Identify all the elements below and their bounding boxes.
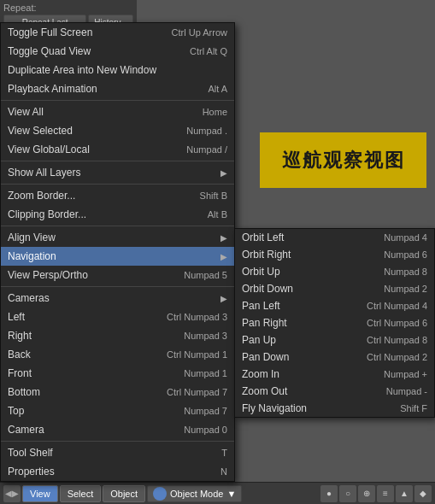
separator-6 (1, 441, 234, 442)
menu-item-top[interactable]: Top Numpad 7 (1, 401, 234, 420)
menu-item-duplicate-area[interactable]: Duplicate Area into New Window (1, 61, 234, 79)
separator-2 (1, 161, 234, 161)
repeat-label: Repeat: (3, 2, 133, 14)
object-tab[interactable]: Object (103, 485, 145, 502)
nav-orbit-left[interactable]: Orbit Left Numpad 4 (235, 229, 434, 246)
menu-item-front[interactable]: Front Numpad 1 (1, 364, 234, 383)
nav-pan-up[interactable]: Pan Up Ctrl Numpad 8 (235, 331, 434, 349)
menu-item-toggle-quad[interactable]: Toggle Quad View Ctrl Alt Q (1, 42, 234, 61)
nav-orbit-up[interactable]: Orbit Up Numpad 8 (235, 263, 434, 280)
object-mode-dropdown[interactable]: Object Mode ▼ (147, 485, 242, 502)
menu-item-tool-shelf[interactable]: Tool Shelf T (1, 443, 234, 462)
nav-pan-down[interactable]: Pan Down Ctrl Numpad 2 (235, 349, 434, 366)
separator-4 (1, 226, 234, 226)
nav-orbit-down[interactable]: Orbit Down Numpad 2 (235, 280, 434, 297)
chinese-text-banner: 巡航观察视图 (260, 132, 426, 188)
separator-5 (1, 286, 234, 287)
navigation-submenu: Orbit Left Numpad 4 Orbit Right Numpad 6… (234, 228, 435, 418)
nav-zoom-in[interactable]: Zoom In Numpad + (235, 366, 434, 383)
menu-item-cameras[interactable]: Cameras ▶ (1, 289, 234, 308)
nav-pan-right[interactable]: Pan Right Ctrl Numpad 6 (235, 314, 434, 331)
render-icon[interactable]: ● (320, 485, 338, 502)
object-icon[interactable]: ≡ (377, 485, 394, 502)
menu-item-persp-ortho[interactable]: View Persp/Ortho Numpad 5 (1, 266, 234, 284)
menu-item-camera[interactable]: Camera Numpad 0 (1, 420, 234, 439)
statusbar-right-icons: ● ○ ⊕ ≡ ▲ ◆ (320, 485, 432, 502)
menu-item-bottom[interactable]: Bottom Ctrl Numpad 7 (1, 383, 234, 401)
view-menu: Toggle Full Screen Ctrl Up Arrow Toggle … (0, 22, 235, 482)
menu-item-back[interactable]: Back Ctrl Numpad 1 (1, 345, 234, 364)
scene-icon[interactable]: ○ (339, 485, 356, 502)
statusbar: ◀▶ View Select Object Object Mode ▼ ● ○ … (0, 482, 435, 504)
mesh-icon[interactable]: ▲ (396, 485, 413, 502)
view-tab[interactable]: View (22, 485, 58, 502)
menu-item-align-view[interactable]: Align View ▶ (1, 228, 234, 247)
menu-item-properties[interactable]: Properties N (1, 462, 234, 481)
menu-item-view-global-local[interactable]: View Global/Local Numpad / (1, 140, 234, 159)
world-icon[interactable]: ⊕ (358, 485, 375, 502)
material-icon[interactable]: ◆ (414, 485, 432, 502)
menu-item-toggle-fullscreen[interactable]: Toggle Full Screen Ctrl Up Arrow (1, 23, 234, 42)
separator-3 (1, 184, 234, 185)
menu-item-zoom-border[interactable]: Zoom Border... Shift B (1, 186, 234, 205)
menu-item-view-selected[interactable]: View Selected Numpad . (1, 121, 234, 140)
menu-item-view-all[interactable]: View All Home (1, 103, 234, 121)
menu-item-playback[interactable]: Playback Animation Alt A (1, 79, 234, 98)
dropdown-arrow-icon: ▼ (226, 489, 236, 499)
nav-fly-navigation[interactable]: Fly Navigation Shift F (235, 400, 434, 417)
menu-item-clipping-border[interactable]: Clipping Border... Alt B (1, 205, 234, 224)
nav-zoom-out[interactable]: Zoom Out Numpad - (235, 383, 434, 400)
mode-icon (153, 487, 167, 501)
menu-item-show-all-layers[interactable]: Show All Layers ▶ (1, 163, 234, 182)
nav-arrows-icon[interactable]: ◀▶ (3, 485, 21, 502)
menu-item-left[interactable]: Left Ctrl Numpad 3 (1, 308, 234, 326)
nav-pan-left[interactable]: Pan Left Ctrl Numpad 4 (235, 297, 434, 314)
nav-orbit-right[interactable]: Orbit Right Numpad 6 (235, 246, 434, 263)
menu-item-right[interactable]: Right Numpad 3 (1, 326, 234, 345)
menu-item-navigation[interactable]: Navigation ▶ (1, 247, 234, 266)
select-tab[interactable]: Select (60, 485, 102, 502)
separator-1 (1, 100, 234, 101)
